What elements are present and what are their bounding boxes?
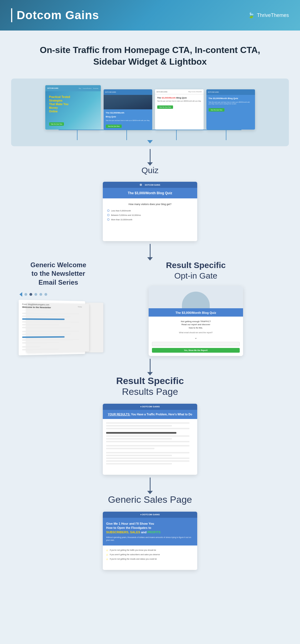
section1-title: On-site Traffic from Homepage CTA, In-co… xyxy=(11,44,289,67)
results-body xyxy=(103,419,197,475)
email-mockup-wrapper: From: blog@dotcomgains.com Welcome to th… xyxy=(19,300,100,355)
quiz-option-2[interactable]: Between 5,000/mo and 10,000/mo xyxy=(107,214,193,216)
header: Dotcom Gains 🍃 ThriveThemes xyxy=(0,0,300,31)
header-left: Dotcom Gains xyxy=(11,8,99,22)
arrow3 xyxy=(11,356,289,375)
sales-bullet-3: ⚠ If you're not getting the results and … xyxy=(106,558,194,560)
right-optin-col: Result Specific Opt-in Gate The $3,000/M… xyxy=(108,261,283,356)
quiz1-btn[interactable]: Start the Quiz Now xyxy=(106,125,122,128)
left-email-col: Generic Welcometo the NewsletterEmail Se… xyxy=(17,261,100,355)
result-optin-section: Generic Welcometo the NewsletterEmail Se… xyxy=(11,261,289,356)
mockups-row: DOTCOM GAINS Blog Courses/Products Newsl… xyxy=(19,85,281,130)
quiz-form-header: DOTCOM GAINS xyxy=(103,182,197,188)
results-labels: Result Specific Results Page xyxy=(11,375,289,397)
main-site-mockup: DOTCOM GAINS Blog Courses/Products Newsl… xyxy=(45,85,101,130)
email-nav xyxy=(17,292,100,297)
bullet-warning-icon: ⚠ xyxy=(106,549,108,552)
arrow4 xyxy=(11,475,289,494)
bullet-warning-icon-2: ⚠ xyxy=(106,554,108,556)
header-accent-line xyxy=(11,8,12,22)
main-content: On-site Traffic from Homepage CTA, In-co… xyxy=(0,31,300,600)
thrive-themes-logo[interactable]: 🍃 ThriveThemes xyxy=(248,12,289,19)
quiz-option-1[interactable]: Less than 5,000/month xyxy=(107,209,193,212)
quiz-light-mockup: DOTCOM GAINS Blog | Courses | Newsletter… xyxy=(155,89,204,130)
optin-email-input[interactable] xyxy=(152,342,240,346)
page-title: Dotcom Gains xyxy=(17,9,99,22)
sales-body: ⚠ If you're not getting the traffic you … xyxy=(103,545,197,570)
email-prev-arrow[interactable] xyxy=(19,292,22,297)
quiz-form-hero: The $3,000/Month Blog Quiz xyxy=(103,188,197,198)
left-email-label: Generic Welcometo the NewsletterEmail Se… xyxy=(17,261,100,287)
results-hero: YOUR RESULTS: You Have a Traffic Problem… xyxy=(103,410,197,419)
quiz-label: Quiz xyxy=(11,166,289,175)
arrow1 xyxy=(11,146,289,166)
sales-bullet-2: ⚠ If you aren't getting the subscribers … xyxy=(106,553,194,556)
optin-body: Not getting enough TRAFFIC?Read our repo… xyxy=(149,317,243,356)
sales-page-mockup: ● DOTCOM GAINS Give Me 1 Hour and I'll S… xyxy=(103,512,197,570)
mockups-container: DOTCOM GAINS Blog Courses/Products Newsl… xyxy=(11,79,289,146)
site-cta-btn[interactable]: Take the Quiz Now xyxy=(49,122,64,126)
quiz2-btn[interactable]: Start the Quiz Now xyxy=(157,105,173,109)
logo-icon: 🍃 xyxy=(248,12,255,19)
quiz-form-mockup: DOTCOM GAINS The $3,000/Month Blog Quiz … xyxy=(103,182,197,241)
quiz-blue-mockup: DOTCOM GAINS The $3,000/Month Blog Quiz … xyxy=(206,89,255,130)
quiz-option-3[interactable]: More than 10,000/month xyxy=(107,218,193,221)
optin-gate-mockup: The $3,000/Month Blog Quiz Not getting e… xyxy=(149,286,243,356)
sales-hero: Give Me 1 Hour and I'll Show You How to … xyxy=(103,518,197,545)
sales-bullet-1: ⚠ If you're not getting the traffic you … xyxy=(106,549,194,552)
section1-title-block: On-site Traffic from Homepage CTA, In-co… xyxy=(11,44,289,67)
sales-label: Generic Sales Page xyxy=(11,494,289,505)
quiz-form-body: How many visitors does your blog get? Le… xyxy=(103,198,197,241)
arrow2 xyxy=(11,241,289,261)
logo-text: ThriveThemes xyxy=(257,12,289,18)
email-mockup: From: blog@dotcomgains.com Welcome to th… xyxy=(19,300,85,355)
optin-submit-btn[interactable]: Yes, Show Me the Report! xyxy=(152,348,240,353)
optin-chevron-icon: ⌄ xyxy=(152,336,240,340)
optin-hero: The $3,000/Month Blog Quiz xyxy=(149,308,243,317)
quiz-dark-mockup: DOTCOM GAINS The $3,000/Month Blog Quiz … xyxy=(104,89,152,130)
connector-area xyxy=(19,130,281,146)
results-page-mockup: ● DOTCOM GAINS YOUR RESULTS: You Have a … xyxy=(103,404,197,475)
bullet-warning-icon-3: ⚠ xyxy=(106,558,108,560)
quiz3-btn[interactable]: Start the Quiz Now xyxy=(209,108,225,112)
